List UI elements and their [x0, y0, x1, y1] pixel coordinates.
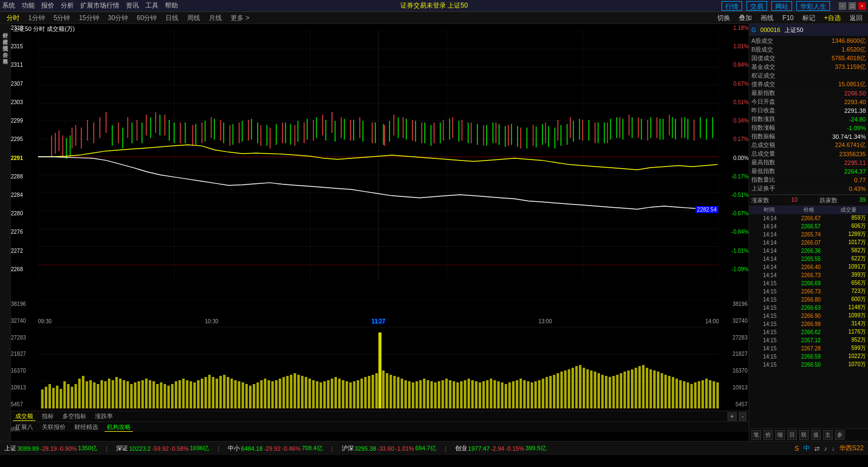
zoom-in-btn[interactable]: + [727, 412, 737, 421]
btab-zhibiao[interactable]: 指标 [40, 412, 56, 420]
left-btn-chengjiao[interactable]: 成交明细 [2, 39, 9, 43]
btab-chengjiaoe[interactable]: 成交额 [13, 412, 35, 421]
market-row-b: B股成交 1.6520亿 [751, 46, 866, 54]
close-btn[interactable]: × [858, 2, 866, 10]
btn-lian[interactable]: 联 [799, 430, 809, 440]
svg-rect-318 [594, 372, 597, 408]
svg-rect-169 [41, 389, 44, 408]
status-icon-sound[interactable]: ♪ [824, 445, 827, 452]
trade-row[interactable]: 14:15 2266.62 1176万 [749, 328, 868, 336]
svg-rect-311 [568, 369, 571, 408]
trade-row[interactable]: 14:14 2266.67 859万 [749, 214, 868, 222]
status-icon-download[interactable]: ↓ [832, 445, 835, 452]
tf-monthly[interactable]: 月线 [205, 12, 226, 23]
btn-jia[interactable]: 价 [763, 430, 773, 440]
website-btn[interactable]: 网站 [771, 1, 792, 11]
btn-gui[interactable]: 参 [835, 430, 845, 440]
tf-5min[interactable]: 5分钟 [49, 12, 75, 23]
menu-tools[interactable]: 工具 [145, 1, 158, 10]
trade-row[interactable]: 14:15 2266.69 656万 [749, 279, 868, 287]
trade-row[interactable]: 14:14 2265.55 622万 [749, 255, 868, 263]
label-total-amt: 总成交额 [751, 141, 795, 149]
trade-row[interactable]: 14:14 2266.40 1091万 [749, 263, 868, 271]
tf-more[interactable]: 更多 > [226, 12, 253, 23]
btn-xi[interactable]: 细 [775, 430, 785, 440]
left-btn-fenjia[interactable]: 分价表 [2, 46, 9, 50]
menu-system[interactable]: 系统 [2, 1, 15, 10]
btn-switch[interactable]: 切换 [714, 12, 733, 23]
zoom-out-btn[interactable]: - [739, 412, 746, 421]
val-amplitude: 30.74/1.34% [832, 133, 866, 140]
tf-1min[interactable]: 1分钟 [24, 12, 49, 23]
btab-zhangdielv[interactable]: 涨跌率 [93, 412, 115, 420]
left-btn-jishu[interactable]: 技术分析 [2, 33, 9, 37]
maximize-btn[interactable]: □ [848, 2, 856, 10]
pct-label-8: 0.00% [719, 155, 749, 161]
trade-row[interactable]: 14:15 2266.50 1070万 [749, 361, 868, 369]
pct-label-10: -0.51% [719, 192, 749, 198]
btn-mark[interactable]: 标记 [799, 12, 819, 23]
btn-back[interactable]: 返回 [846, 12, 866, 23]
btn-jian[interactable]: 笔 [751, 430, 761, 440]
minimize-btn[interactable]: - [839, 2, 846, 10]
trade-row[interactable]: 14:15 2267.12 952万 [749, 336, 868, 344]
trade-row[interactable]: 14:15 2266.90 1099万 [749, 312, 868, 320]
status-icon-chart[interactable]: S [795, 445, 799, 452]
tf-weekly[interactable]: 周线 [183, 12, 205, 23]
main-layout: 分时分析 技术分析 成交明细 分价表 基本资料 上证50 分时 成交额(万) 2… [0, 24, 868, 441]
tf-60min[interactable]: 60分钟 [132, 12, 161, 23]
btab-duokong[interactable]: 多空指标 [60, 412, 88, 420]
vol-label-10913: 10913 [720, 385, 748, 391]
trade-btn[interactable]: 交易 [746, 1, 767, 11]
btn-zhu[interactable]: 主 [823, 430, 833, 440]
svg-rect-226 [253, 384, 256, 408]
left-btn-fenshi[interactable]: 分时分析 [2, 26, 9, 30]
val-volratio: 0.77 [854, 177, 866, 183]
right-bottom-btns: 笔 价 细 日 联 值 主 参 [751, 430, 845, 440]
market-row-turnover: 上证换手 0.43% [751, 184, 866, 193]
btn-ri[interactable]: 日 [787, 430, 797, 440]
trade-row[interactable]: 14:15 2267.28 599万 [749, 344, 868, 353]
tf-minute[interactable]: 分时 [2, 12, 24, 23]
menu-analysis[interactable]: 分析 [61, 1, 74, 10]
hcrs-btn[interactable]: 华彩人生 [796, 1, 830, 11]
menu-info[interactable]: 资讯 [126, 1, 139, 10]
btn-watchlist[interactable]: +自选 [821, 12, 844, 23]
tf-15min[interactable]: 15分钟 [74, 12, 103, 23]
btn-draw[interactable]: 画线 [757, 12, 777, 23]
svg-rect-322 [609, 377, 611, 408]
trade-row[interactable]: 14:15 2266.59 1022万 [749, 353, 868, 361]
btab-strategy[interactable]: 机构攻略 [105, 423, 133, 432]
trade-row[interactable]: 14:15 2266.63 1148万 [749, 304, 868, 312]
price-label-2307: 2307 [11, 81, 38, 87]
val-total-amt: 224.6741亿 [835, 141, 866, 149]
menu-market[interactable]: 扩展市场行情 [80, 1, 119, 10]
left-btn-jiben[interactable]: 基本资料 [2, 52, 9, 56]
updown-section: 涨家数 10 跌家数 39 [749, 195, 868, 206]
menu-function[interactable]: 功能 [22, 1, 35, 10]
svg-rect-342 [683, 381, 686, 408]
chart-container: 上证50 分时 成交额(万) 2318 2315 2311 2307 2303 … [11, 24, 749, 441]
hq-btn[interactable]: 行情 [722, 1, 742, 11]
trade-row[interactable]: 14:14 2266.57 606万 [749, 222, 868, 231]
trade-row[interactable]: 14:15 2266.80 600万 [749, 296, 868, 304]
menu-quote[interactable]: 报价 [41, 1, 54, 10]
trade-row[interactable]: 14:14 2266.36 582万 [749, 247, 868, 255]
trade-row[interactable]: 14:14 2266.73 399万 [749, 271, 868, 279]
tf-daily[interactable]: 日线 [161, 12, 183, 23]
status-icon-arrows[interactable]: ⇄ [814, 445, 820, 452]
btn-zhi[interactable]: 值 [811, 430, 821, 440]
btab-finance[interactable]: 财经精选 [72, 423, 100, 431]
trade-row[interactable]: 14:15 2266.99 314万 [749, 320, 868, 328]
label-total-vol: 总成交量 [751, 150, 795, 158]
svg-rect-319 [597, 373, 600, 408]
tf-30min[interactable]: 30分钟 [104, 12, 132, 23]
btab-related[interactable]: 关联报价 [40, 423, 68, 431]
trade-row[interactable]: 14:14 2265.74 1289万 [749, 231, 868, 239]
btn-overlay[interactable]: 叠加 [736, 12, 755, 23]
menu-help[interactable]: 帮助 [165, 1, 178, 10]
trade-row[interactable]: 14:15 2266.73 723万 [749, 287, 868, 296]
btn-f10[interactable]: F10 [779, 12, 797, 23]
trade-row[interactable]: 14:14 2266.07 1017万 [749, 239, 868, 247]
svg-rect-330 [639, 366, 641, 408]
